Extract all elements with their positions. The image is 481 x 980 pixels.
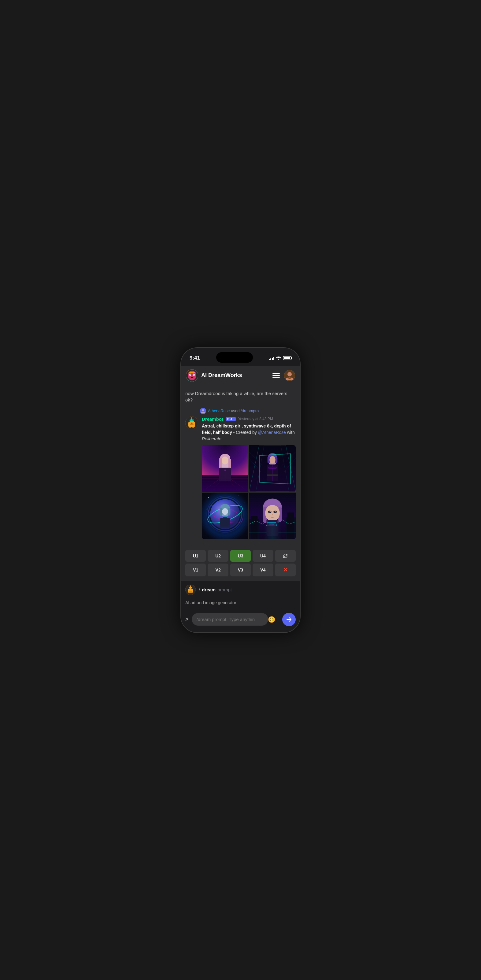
bot-name: Dreambot	[202, 417, 223, 422]
svg-point-76	[245, 502, 245, 503]
svg-rect-58	[275, 457, 278, 463]
svg-rect-108	[189, 588, 190, 589]
svg-point-7	[189, 372, 190, 373]
svg-line-35	[225, 475, 238, 492]
svg-point-89	[265, 505, 280, 521]
svg-rect-54	[269, 467, 276, 468]
svg-point-8	[194, 372, 195, 373]
svg-point-59	[269, 456, 276, 463]
send-button[interactable]	[282, 613, 296, 626]
image-cell-1[interactable]	[202, 445, 248, 492]
x-icon: ✕	[283, 566, 288, 573]
message-header: Dreambot BOT Yesterday at 8:43 PM	[202, 417, 296, 422]
image-cell-3[interactable]	[202, 493, 248, 539]
svg-point-43	[225, 469, 226, 471]
ai-desc-text: AI art and image generator	[185, 600, 236, 605]
svg-rect-88	[266, 519, 278, 535]
svg-point-94	[270, 511, 271, 512]
u1-button[interactable]: U1	[185, 550, 206, 562]
svg-point-96	[272, 514, 273, 515]
refresh-button[interactable]	[275, 550, 296, 562]
bot-message-row: Dreambot BOT Yesterday at 8:43 PM Astral…	[185, 417, 296, 539]
svg-rect-73	[220, 518, 230, 528]
phone-frame: 9:41	[180, 347, 301, 633]
svg-rect-21	[192, 420, 193, 421]
chevron-icon: >	[185, 616, 189, 622]
svg-rect-81	[286, 517, 296, 539]
bot-avatar	[185, 417, 198, 429]
svg-rect-39	[228, 458, 231, 468]
svg-line-33	[225, 475, 248, 492]
reply-avatar	[200, 408, 206, 414]
server-status-message: now Dreamdrood is taking a while, are th…	[185, 390, 296, 403]
emoji-button[interactable]: 😊	[268, 616, 276, 623]
reply-text: AthenaRose used /dreampro	[208, 409, 259, 413]
reply-command: /dreampro	[240, 409, 259, 413]
u4-button[interactable]: U4	[253, 550, 273, 562]
header-right	[272, 370, 295, 381]
svg-rect-57	[268, 456, 270, 463]
svg-point-51	[268, 455, 277, 465]
svg-rect-60	[202, 493, 248, 539]
wifi-icon	[276, 356, 281, 361]
v2-button[interactable]: V2	[208, 563, 228, 576]
image-grid[interactable]	[202, 445, 296, 539]
cancel-button[interactable]: ✕	[275, 563, 296, 576]
svg-line-34	[212, 475, 225, 492]
u2-button[interactable]: U2	[208, 550, 228, 562]
v4-button[interactable]: V4	[253, 563, 273, 576]
header-left: AI DreamWorks	[186, 369, 242, 382]
image-cell-4[interactable]	[249, 493, 296, 539]
svg-rect-44	[249, 445, 296, 492]
svg-rect-52	[267, 464, 278, 480]
command-text: / dream prompt	[199, 587, 232, 592]
v3-button[interactable]: V3	[230, 563, 251, 576]
command-name: dream	[202, 587, 216, 592]
svg-rect-24	[192, 427, 194, 428]
v1-button[interactable]: V1	[185, 563, 206, 576]
svg-point-95	[276, 511, 276, 512]
svg-point-4	[190, 374, 191, 375]
user-avatar[interactable]	[284, 370, 295, 381]
svg-rect-109	[191, 588, 192, 589]
svg-rect-79	[249, 519, 259, 539]
chat-area: now Dreamdrood is taking a while, are th…	[181, 385, 300, 632]
svg-point-66	[221, 506, 229, 517]
hamburger-icon[interactable]	[272, 373, 280, 378]
svg-point-10	[287, 372, 292, 376]
send-icon	[286, 616, 292, 622]
svg-point-70	[222, 508, 228, 515]
button-row-1: U1 U2 U3 U4	[185, 550, 296, 562]
svg-rect-110	[189, 591, 192, 592]
svg-point-56	[268, 453, 277, 460]
status-bar: 9:41	[181, 348, 300, 366]
ai-description: AI art and image generator	[181, 599, 300, 610]
svg-point-40	[222, 456, 228, 464]
svg-point-65	[205, 501, 244, 527]
status-time: 9:41	[190, 355, 200, 361]
command-avatar	[185, 585, 196, 595]
svg-rect-68	[220, 507, 223, 515]
image-cell-2[interactable]	[249, 445, 296, 492]
u3-button[interactable]: U3	[230, 550, 251, 562]
message-content: Dreambot BOT Yesterday at 8:43 PM Astral…	[202, 417, 296, 539]
svg-marker-98	[266, 522, 277, 526]
svg-rect-80	[251, 516, 258, 539]
reply-username: AthenaRose	[208, 409, 230, 413]
svg-rect-55	[267, 474, 278, 476]
svg-point-67	[220, 504, 229, 511]
command-placeholder: prompt	[217, 587, 232, 592]
svg-point-6	[191, 371, 193, 372]
svg-point-64	[205, 501, 244, 527]
dynamic-island	[216, 352, 253, 363]
svg-rect-71	[223, 517, 227, 518]
svg-point-5	[194, 374, 194, 375]
refresh-icon	[282, 553, 288, 558]
svg-point-74	[208, 497, 209, 498]
svg-rect-23	[189, 427, 191, 428]
svg-rect-22	[190, 425, 194, 425]
svg-point-63	[207, 496, 243, 532]
svg-point-75	[238, 495, 239, 496]
message-input[interactable]	[192, 613, 268, 625]
svg-rect-82	[287, 512, 294, 539]
